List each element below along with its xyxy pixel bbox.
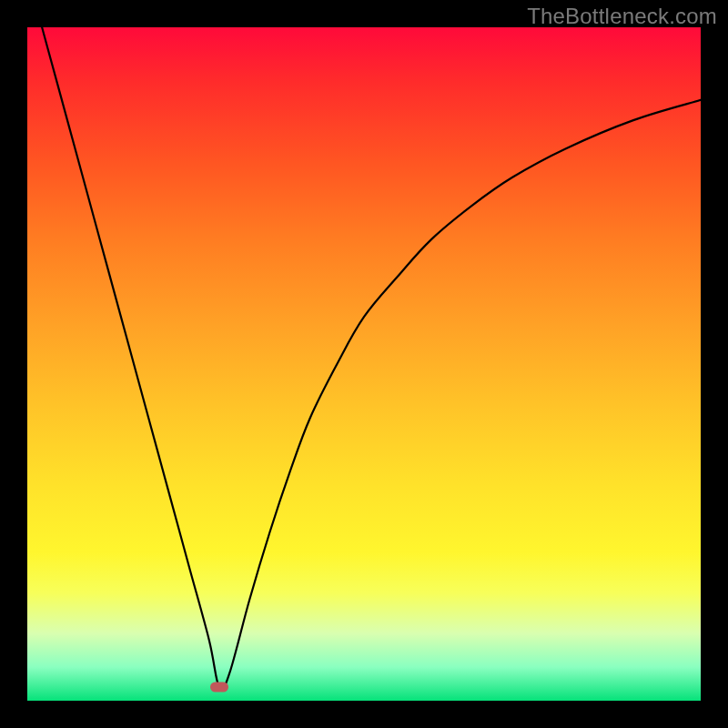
bottleneck-curve <box>27 27 701 701</box>
min-marker <box>210 682 228 693</box>
watermark-text: TheBottleneck.com <box>527 4 717 29</box>
plot-area <box>27 27 701 701</box>
curve-path <box>27 27 701 690</box>
chart-frame: TheBottleneck.com <box>0 0 728 728</box>
